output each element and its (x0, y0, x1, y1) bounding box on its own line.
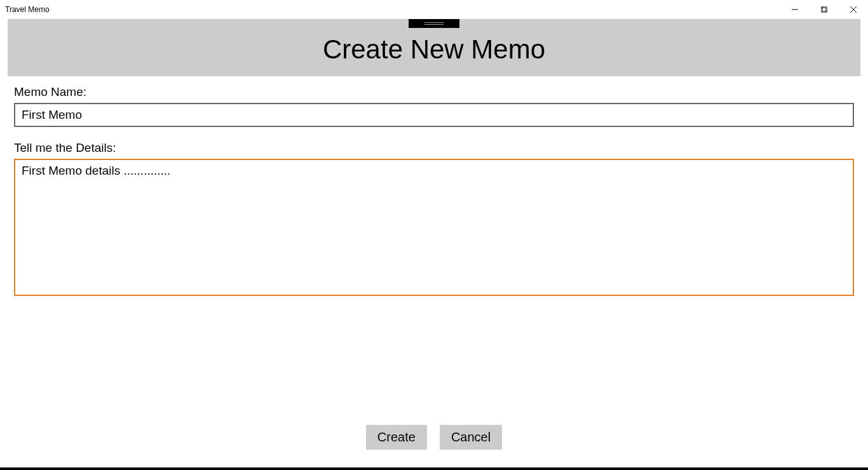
close-button[interactable] (839, 0, 868, 19)
details-label: Tell me the Details: (14, 141, 854, 155)
drag-handle[interactable] (409, 19, 459, 28)
drag-handle-icon (424, 22, 444, 25)
cancel-button[interactable]: Cancel (440, 425, 502, 450)
minimize-button[interactable] (780, 0, 810, 19)
window-controls (780, 0, 868, 19)
svg-rect-1 (821, 8, 826, 13)
header-banner: Create New Memo (8, 19, 860, 76)
bottom-border (0, 467, 868, 470)
close-icon (850, 6, 857, 13)
window-title: Travel Memo (5, 5, 50, 14)
maximize-button[interactable] (810, 0, 839, 19)
create-button[interactable]: Create (366, 425, 427, 450)
form-area: Memo Name: Tell me the Details: First Me… (8, 76, 860, 299)
window-titlebar: Travel Memo (0, 0, 868, 19)
button-row: Create Cancel (0, 425, 868, 450)
maximize-icon (821, 6, 827, 13)
content-wrapper: Create New Memo Memo Name: Tell me the D… (0, 19, 868, 299)
page-title: Create New Memo (323, 34, 545, 65)
details-textarea[interactable]: First Memo details .............. (14, 159, 854, 296)
memo-name-input[interactable] (14, 103, 854, 127)
minimize-icon (792, 6, 798, 13)
svg-rect-2 (822, 6, 827, 11)
memo-name-label: Memo Name: (14, 85, 854, 99)
